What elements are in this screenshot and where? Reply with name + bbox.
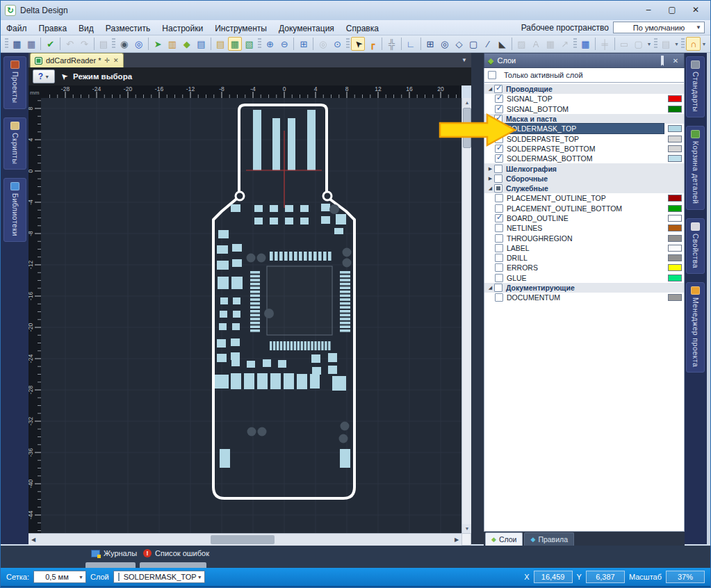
menu-вид[interactable]: Вид xyxy=(79,24,94,33)
panel-tab-правила[interactable]: ◆Правила xyxy=(524,532,574,546)
layer-checkbox[interactable] xyxy=(495,254,503,262)
save-button[interactable]: ▦ xyxy=(10,37,24,51)
layer-group-Шелкография[interactable]: ▶Шелкография xyxy=(484,163,684,173)
layer-checkbox[interactable]: ✓ xyxy=(495,154,503,163)
vertical-scrollbar[interactable]: ▲ ▼ xyxy=(461,98,471,533)
layer-checkbox[interactable] xyxy=(495,244,503,252)
layer-pairs-button[interactable]: ▤ xyxy=(659,37,673,51)
import-button[interactable]: ➤ xyxy=(151,37,165,51)
layer-row-THROUGHREGION[interactable]: THROUGHREGION xyxy=(484,233,684,243)
grid-step-select[interactable]: 0,5 мм ▼ xyxy=(33,571,86,583)
align-text-button[interactable]: ╪ xyxy=(598,37,612,51)
layer-checkbox[interactable]: ✓ xyxy=(495,135,503,143)
layer-checkbox[interactable] xyxy=(494,184,502,193)
tab-ddcardreader[interactable]: ddCardReader * ✛ ✕ xyxy=(30,53,124,67)
layer-color-swatch[interactable] xyxy=(668,215,682,222)
error-list-button[interactable]: ! Список ошибок xyxy=(143,549,209,557)
only-active-layer-row[interactable]: Только активный слой xyxy=(484,68,685,83)
expand-icon[interactable]: ▶ xyxy=(487,166,494,172)
layer-row-SOLDERPASTE_BOTTOM[interactable]: ✓SOLDERPASTE_BOTTOM xyxy=(484,144,684,154)
layer-row-ERRORS[interactable]: ERRORS xyxy=(484,263,684,272)
expand-icon[interactable]: ▶ xyxy=(487,176,494,181)
horizontal-scroll-thumb[interactable] xyxy=(211,535,275,544)
layer-color-swatch[interactable] xyxy=(668,264,682,271)
panel-tab-слои[interactable]: ◆Слои xyxy=(485,532,523,546)
layer-checkbox[interactable] xyxy=(494,165,502,173)
pad-caret[interactable]: ▼ xyxy=(646,37,653,51)
layer-checkbox[interactable] xyxy=(495,224,503,232)
scroll-down-icon[interactable]: ▼ xyxy=(462,524,472,533)
layer-group-Маска и паста[interactable]: ◢✓Маска и паста xyxy=(484,114,684,124)
sidebar-tab-стандарты[interactable]: Стандарты xyxy=(686,56,705,117)
draw-line-button[interactable]: ∕ xyxy=(481,37,496,51)
sidebar-tab-скрипты[interactable]: Скрипты xyxy=(3,117,26,170)
layer-color-swatch[interactable] xyxy=(668,245,682,252)
sidebar-tab-менеджер-проекта[interactable]: Менеджер проекта xyxy=(686,282,705,373)
layer-checkbox[interactable] xyxy=(494,284,502,292)
vertical-scroll-thumb[interactable] xyxy=(463,108,471,148)
scroll-left-icon[interactable]: ◀ xyxy=(28,534,38,546)
layer-row-NETLINES[interactable]: NETLINES xyxy=(484,223,684,233)
layer-row-BOARD_OUTLINE[interactable]: ✓BOARD_OUTLINE xyxy=(484,213,684,223)
pad-polygon-button[interactable]: ▢ xyxy=(466,37,481,51)
pin-icon[interactable]: ✛ xyxy=(105,57,111,64)
layer-group-Документирующие[interactable]: ◢Документирующие xyxy=(484,283,684,293)
layer-checkbox[interactable]: ✓ xyxy=(494,115,502,123)
maximize-button[interactable]: ▢ xyxy=(662,3,683,17)
journals-button[interactable]: Журналы xyxy=(91,549,137,557)
ruler-setup-button[interactable]: ∟ xyxy=(404,37,418,51)
pad-circle-button[interactable]: ◎ xyxy=(437,37,452,51)
layer-row-SIGNAL_TOP[interactable]: ✓SIGNAL_TOP xyxy=(484,94,684,104)
layer-checkbox[interactable] xyxy=(495,204,503,213)
layer-row-LABEL[interactable]: LABEL xyxy=(484,243,684,253)
sidebar-tab-свойства[interactable]: Свойства xyxy=(686,218,705,274)
layer-checkbox[interactable] xyxy=(495,194,503,202)
layer-group-Проводящие[interactable]: ◢✓Проводящие xyxy=(484,84,684,94)
print-button[interactable]: ▤ xyxy=(97,37,111,51)
horizontal-scrollbar[interactable]: ◀ ▶ xyxy=(28,533,461,546)
layer-color-swatch[interactable] xyxy=(668,125,682,132)
layer-color-swatch[interactable] xyxy=(668,254,682,261)
layer-checkbox[interactable]: ✓ xyxy=(495,214,503,222)
layer-checkbox[interactable] xyxy=(495,263,503,272)
menu-инструменты[interactable]: Инструменты xyxy=(215,24,267,33)
undo-button[interactable]: ↶ xyxy=(63,37,77,51)
menu-правка[interactable]: Правка xyxy=(39,24,67,33)
layer-row-SIGNAL_BOTTOM[interactable]: ✓SIGNAL_BOTTOM xyxy=(484,104,684,114)
sidebar-tab-проекты[interactable]: Проекты xyxy=(3,56,26,109)
layer-group-Служебные[interactable]: ◢Служебные xyxy=(484,183,684,193)
layer-checkbox[interactable] xyxy=(495,293,503,302)
layer-row-SOLDERPASTE_TOP[interactable]: ✓SOLDERPASTE_TOP xyxy=(484,133,684,143)
layer-checkbox[interactable]: ✓ xyxy=(495,105,503,113)
collapse-icon[interactable]: ◢ xyxy=(487,285,494,291)
workspace-select[interactable]: По умолчанию ▼ xyxy=(613,22,705,33)
layer-row-DRILL[interactable]: DRILL xyxy=(484,253,684,263)
scroll-up-icon[interactable]: ▲ xyxy=(462,98,472,107)
tab-list-chevron-icon[interactable]: ▼ xyxy=(461,57,467,63)
close-button[interactable]: ✕ xyxy=(685,3,706,17)
only-active-checkbox[interactable] xyxy=(488,71,496,79)
layer-color-swatch[interactable] xyxy=(668,195,682,202)
help-tip-button[interactable]: ? ▼ xyxy=(33,70,55,83)
sidebar-tab-библиотеки[interactable]: Библиотеки xyxy=(3,178,26,242)
layer-color-swatch[interactable] xyxy=(668,145,682,152)
collapse-icon[interactable]: ◢ xyxy=(487,86,494,92)
collapse-icon[interactable]: ◢ xyxy=(487,186,494,191)
report-button[interactable]: ▤ xyxy=(194,37,209,51)
zoom-selection-button[interactable]: ⊙ xyxy=(330,37,345,51)
zoom-in-button[interactable]: ⊕ xyxy=(263,37,277,51)
layer-row-SOLDERMASK_TOP[interactable]: ✓SOLDERMASK_TOP xyxy=(484,124,684,133)
layer-color-swatch[interactable] xyxy=(668,235,682,242)
view-3d-button[interactable]: ◆ xyxy=(179,37,194,51)
grid-tool-button[interactable]: ╬ xyxy=(384,37,399,51)
layer-checkbox[interactable]: ✓ xyxy=(495,145,503,153)
rules-check-button[interactable]: ▧ xyxy=(242,37,256,51)
pad-rect-button[interactable]: ⊞ xyxy=(423,37,438,51)
zoom-window-button[interactable]: ◎ xyxy=(316,37,330,51)
pcb-editor-button[interactable]: ▦ xyxy=(228,37,243,51)
route-caret[interactable]: ▼ xyxy=(701,37,708,51)
minimize-button[interactable]: – xyxy=(638,3,659,17)
apply-check-button[interactable]: ✔ xyxy=(43,37,58,51)
component-library-button[interactable]: ▥ xyxy=(165,37,180,51)
sidebar-tab-корзина-деталей[interactable]: Корзина деталей xyxy=(686,126,705,209)
